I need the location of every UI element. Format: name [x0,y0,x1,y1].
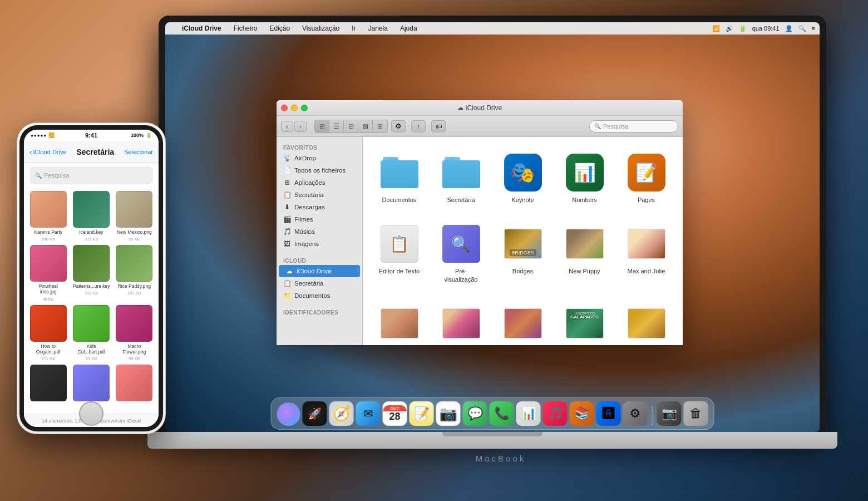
ios-file-item-extra1[interactable] [28,365,68,405]
menubar-left: iCloud Drive Ficheiro Edição Visualizaçã… [170,24,712,32]
column-view-button[interactable]: ⊟ [344,120,358,132]
ios-battery-label: 100% [131,132,144,138]
file-item-galapagos[interactable]: Discovering GALÁPAGOS Travel Galapagos [559,299,610,345]
ios-thumb-karens [30,191,67,228]
menubar-ir[interactable]: Ir [349,24,358,32]
ios-back-button[interactable]: ‹ iCloud Drive [29,148,67,156]
file-item-numbers[interactable]: 📊 Numbers [559,148,610,208]
ios-file-item-newmexico[interactable]: New Mexico.png 59 KB [115,191,154,242]
sidebar-item-secretaria[interactable]: 📋 Secretária [277,189,362,201]
menubar-search-icon[interactable]: 🔍 [798,25,806,32]
sidebar-item-filmes[interactable]: 🎬 Filmes [277,213,362,225]
menubar-right: 📶 🔊 🔋 qua 09:41 👤 🔍 ≡ [712,25,815,32]
file-item-documentos[interactable]: Documentos [374,148,425,208]
dock-icon-calendar[interactable]: SET 28 [383,401,407,426]
ios-filesize-ricepaddy: 197 KB [127,291,141,296]
sidebar-item-airdrop[interactable]: 📡 AirDrop [277,152,362,164]
menubar-edicao[interactable]: Edição [267,24,292,32]
file-item-preview[interactable]: 🔍 Pré-visualização [436,219,486,288]
sidebar-item-documentos[interactable]: 📁 Documentos [277,289,362,302]
dock-icon-safari[interactable]: 🧭 [329,401,354,426]
menubar-visualizacao[interactable]: Visualização [300,24,342,32]
dock-icon-launchpad[interactable]: 🚀 [303,401,327,426]
menubar-list-icon[interactable]: ≡ [812,25,815,32]
sidebar-item-todos[interactable]: 📄 Todos os ficheiros [277,164,362,176]
photo-icon-maxjulie [627,224,667,264]
ios-thumb-patterns [73,245,110,282]
file-item-firstkiss[interactable]: First Kiss [374,299,425,345]
ios-file-item-pinwheel[interactable]: Pinwheel idea.jpg 46 KB [28,245,68,301]
sidebar-item-imagens[interactable]: 🖼 Imagens [277,238,362,250]
file-item-textedit[interactable]: 📋 Editor de Texto [374,219,425,288]
dock-icon-messages[interactable]: 💬 [463,401,487,426]
dock-icon-camera[interactable]: 📷 [657,401,682,426]
list-view-button[interactable]: ☰ [329,120,344,132]
file-item-pages[interactable]: 📝 Pages [621,148,672,208]
dock-icon-appstore[interactable]: 🅰 [596,401,621,426]
dock-icon-numbers[interactable]: 📊 [516,401,541,426]
search-field[interactable]: 🔍 Pesquisa [589,120,678,132]
ios-file-item-extra2[interactable] [71,365,111,405]
share-button[interactable]: ↑ [411,120,426,132]
file-item-sarahsparty[interactable]: Sarah's Party [497,299,548,345]
ios-filename-kids: Kids Col...hart.pdf [73,343,110,355]
tag-button[interactable]: 🏷 [431,120,446,132]
file-item-keynote[interactable]: 🎭 Keynote [497,148,548,208]
menubar-finder[interactable]: iCloud Drive [180,24,224,32]
sidebar-item-aplicacoes[interactable]: 🖥 Aplicações [277,176,362,189]
sidebar-item-musica[interactable]: 🎵 Música [277,225,362,238]
file-item-newpuppy[interactable]: New Puppy [559,219,610,288]
dock-icon-siri[interactable] [277,402,300,426]
group-button[interactable]: ⊞ [373,120,387,132]
sidebar-label-todos: Todos os ficheiros [294,167,346,174]
iphone-home-button[interactable] [79,401,103,426]
ios-file-item-ricepaddy[interactable]: Rice Paddy.png 197 KB [115,245,154,301]
window-minimize-button[interactable] [291,105,298,111]
window-maximize-button[interactable] [301,105,308,111]
sidebar-item-secretaria-icloud[interactable]: 📋 Secretária [277,277,362,289]
dock-icon-ibooks[interactable]: 📚 [570,401,594,426]
sidebar-item-descargas[interactable]: ⬇ Descargas [277,201,362,213]
ios-search-placeholder: Pesquisa [44,172,69,179]
content-area[interactable]: Documentos Secretária [363,137,683,345]
dock-icon-notes[interactable]: 📝 [410,401,434,426]
file-item-cupcakes[interactable]: Birthday Cupcakes [436,299,486,345]
file-item-beekeeping[interactable]: Beekeeping [621,299,672,345]
back-button[interactable]: ‹ [281,121,293,132]
ios-select-button[interactable]: Selecionar [124,149,153,155]
dock-icon-photos[interactable]: 📷 [436,401,461,426]
file-label-secretaria: Secretária [447,196,475,204]
ios-thumb-extra3 [116,365,152,401]
ios-file-item-patterns[interactable]: Patterns...ure.key 331 KB [71,245,111,301]
file-item-bridges[interactable]: BRIDGES Bridges [497,219,548,288]
ios-file-item-kids[interactable]: Kids Col...hart.pdf 23 KB [71,305,111,361]
dock-icon-systemprefs[interactable]: ⚙ [623,401,648,426]
macbook-screen-area: iCloud Drive Ficheiro Edição Visualizaçã… [159,16,826,439]
window-close-button[interactable] [281,105,288,111]
forward-button[interactable]: › [294,121,307,132]
menubar-ficheiro[interactable]: Ficheiro [231,24,260,32]
ios-signal: ●●●●● [31,133,47,138]
dock-icon-mail[interactable]: ✉ [356,401,381,426]
ios-file-item-origami[interactable]: How to Origami.pdf 271 KB [28,305,68,361]
finder-body: Favoritos 📡 AirDrop 📄 Todos os ficheiros… [277,137,683,345]
ios-file-item-macro[interactable]: Macro Flower.png 59 KB [115,305,154,361]
dock-icon-trash[interactable]: 🗑 [684,401,708,426]
file-label-numbers: Numbers [572,196,597,204]
icon-view-button[interactable]: ⊞ [315,120,329,132]
menubar-janela[interactable]: Janela [366,24,390,32]
menubar-ajuda[interactable]: Ajuda [398,24,420,32]
ios-file-item-karens[interactable]: Karen's Party 240 KB [28,191,68,242]
sidebar-item-icloud-drive[interactable]: ☁ iCloud Drive [279,265,360,277]
ios-file-item-iceland[interactable]: Iceland.key 331 KB [71,191,111,242]
file-item-maxjulie[interactable]: Max and Julie [621,219,672,288]
ios-search[interactable]: 🔍 Pesquisa [29,166,153,184]
dock-icon-itunes[interactable]: 🎵 [543,401,568,426]
folder-icon-documentos [379,153,420,193]
gear-button[interactable]: ⚙ [391,120,406,132]
menubar: iCloud Drive Ficheiro Edição Visualizaçã… [165,22,820,35]
cover-view-button[interactable]: ⊠ [358,120,373,132]
ios-file-item-extra3[interactable] [115,365,154,405]
dock-icon-facetime[interactable]: 📞 [490,401,514,426]
file-item-secretaria[interactable]: Secretária [436,148,486,208]
